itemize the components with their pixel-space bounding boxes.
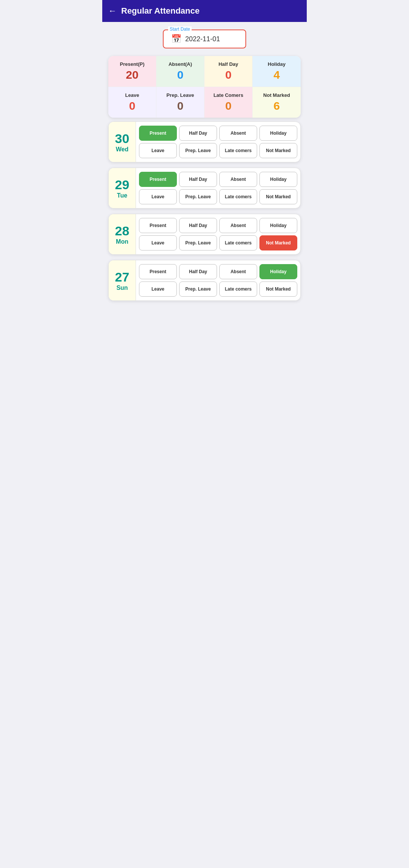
attendance-button[interactable]: Late comers (219, 143, 257, 158)
attendance-button[interactable]: Prep. Leave (179, 189, 217, 204)
attendance-button[interactable]: Absent (219, 218, 257, 233)
attendance-button[interactable]: Not Marked (259, 189, 297, 204)
summary-value: 0 (159, 68, 201, 81)
day-card: 30 Wed PresentHalf DayAbsentHolidayLeave… (108, 121, 301, 162)
summary-label: Leave (111, 92, 153, 98)
date-picker-container: Start Date 📅 2022-11-01 (102, 22, 307, 52)
summary-label: Late Comers (208, 92, 249, 98)
attendance-button[interactable]: Absent (219, 264, 257, 279)
attendance-button[interactable]: Leave (139, 235, 177, 250)
attendance-button[interactable]: Absent (219, 126, 257, 141)
summary-value: 0 (111, 100, 153, 112)
day-card: 29 Tue PresentHalf DayAbsentHolidayLeave… (108, 168, 301, 208)
attendance-button[interactable]: Not Marked (259, 143, 297, 158)
attendance-button[interactable]: Half Day (179, 126, 217, 141)
day-buttons: PresentHalf DayAbsentHolidayLeavePrep. L… (136, 122, 300, 162)
day-buttons: PresentHalf DayAbsentHolidayLeavePrep. L… (136, 260, 300, 300)
attendance-button[interactable]: Late comers (219, 235, 257, 250)
attendance-button[interactable]: Leave (139, 189, 177, 204)
attendance-button[interactable]: Half Day (179, 172, 217, 187)
attendance-button[interactable]: Half Day (179, 264, 217, 279)
day-number: 29 (115, 177, 130, 192)
day-number: 30 (115, 131, 130, 146)
summary-label: Prep. Leave (159, 92, 201, 98)
date-picker[interactable]: Start Date 📅 2022-11-01 (163, 30, 246, 48)
attendance-button[interactable]: Prep. Leave (179, 143, 217, 158)
summary-label: Half Day (208, 61, 249, 67)
attendance-button[interactable]: Holiday (259, 172, 297, 187)
attendance-button[interactable]: Leave (139, 282, 177, 297)
day-card: 27 Sun PresentHalf DayAbsentHolidayLeave… (108, 260, 301, 301)
day-name: Wed (116, 146, 128, 153)
day-name: Tue (117, 192, 127, 199)
summary-cell: Absent(A) 0 (156, 56, 204, 87)
attendance-button[interactable]: Not Marked (259, 282, 297, 297)
attendance-button[interactable]: Leave (139, 143, 177, 158)
summary-label: Holiday (256, 61, 298, 67)
summary-value: 20 (111, 68, 153, 81)
attendance-button[interactable]: Holiday (259, 264, 297, 279)
attendance-button[interactable]: Present (139, 172, 177, 187)
day-number: 28 (115, 224, 130, 238)
summary-cell: Holiday 4 (253, 56, 301, 87)
back-button[interactable]: ← (108, 6, 117, 16)
day-card: 28 Mon PresentHalf DayAbsentHolidayLeave… (108, 214, 301, 255)
day-left: 30 Wed (109, 122, 136, 162)
attendance-button[interactable]: Present (139, 126, 177, 141)
summary-label: Not Marked (256, 92, 298, 98)
header: ← Regular Attendance (102, 0, 307, 22)
attendance-button[interactable]: Holiday (259, 218, 297, 233)
attendance-button[interactable]: Half Day (179, 218, 217, 233)
attendance-button[interactable]: Not Marked (259, 235, 297, 250)
attendance-button[interactable]: Prep. Leave (179, 235, 217, 250)
summary-value: 4 (256, 68, 298, 81)
attendance-button[interactable]: Late comers (219, 189, 257, 204)
summary-cell: Present(P) 20 (108, 56, 156, 87)
summary-cell: Half Day 0 (204, 56, 253, 87)
summary-label: Present(P) (111, 61, 153, 67)
day-number: 27 (115, 270, 130, 285)
day-buttons: PresentHalf DayAbsentHolidayLeavePrep. L… (136, 214, 300, 254)
summary-card: Present(P) 20 Absent(A) 0 Half Day 0 Hol… (108, 56, 301, 118)
summary-cell: Prep. Leave 0 (156, 87, 204, 118)
attendance-button[interactable]: Late comers (219, 282, 257, 297)
summary-cell: Late Comers 0 (204, 87, 253, 118)
summary-cell: Leave 0 (108, 87, 156, 118)
day-left: 28 Mon (109, 214, 136, 254)
summary-bottom-row: Leave 0 Prep. Leave 0 Late Comers 0 Not … (108, 87, 301, 118)
summary-label: Absent(A) (159, 61, 201, 67)
calendar-icon: 📅 (171, 34, 181, 44)
day-buttons: PresentHalf DayAbsentHolidayLeavePrep. L… (136, 168, 300, 208)
attendance-button[interactable]: Prep. Leave (179, 282, 217, 297)
summary-value: 0 (159, 100, 201, 112)
day-name: Mon (116, 238, 128, 245)
summary-value: 6 (256, 100, 298, 112)
date-picker-label: Start Date (168, 26, 192, 32)
attendance-button[interactable]: Absent (219, 172, 257, 187)
summary-top-row: Present(P) 20 Absent(A) 0 Half Day 0 Hol… (108, 56, 301, 87)
attendance-button[interactable]: Holiday (259, 126, 297, 141)
summary-value: 0 (208, 100, 249, 112)
page-title: Regular Attendance (121, 6, 200, 16)
date-picker-value: 2022-11-01 (185, 35, 220, 43)
day-left: 29 Tue (109, 168, 136, 208)
summary-cell: Not Marked 6 (253, 87, 301, 118)
attendance-button[interactable]: Present (139, 264, 177, 279)
attendance-button[interactable]: Present (139, 218, 177, 233)
summary-value: 0 (208, 68, 249, 81)
day-name: Sun (116, 285, 128, 291)
day-cards-container: 30 Wed PresentHalf DayAbsentHolidayLeave… (102, 121, 307, 307)
day-left: 27 Sun (109, 260, 136, 300)
